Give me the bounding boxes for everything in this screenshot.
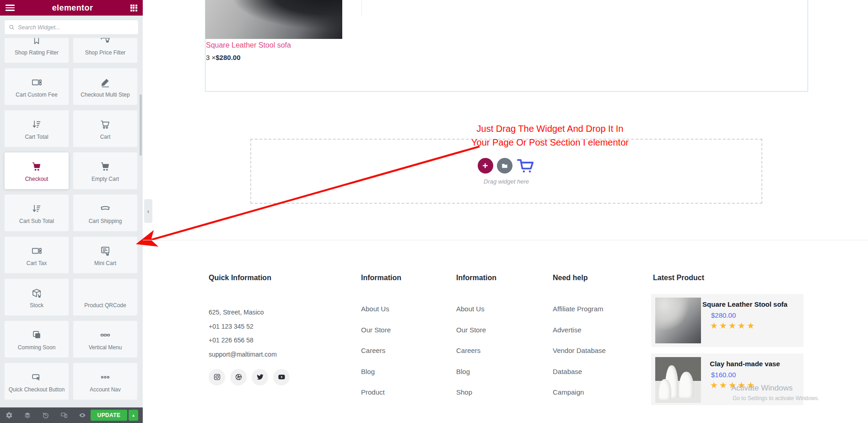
footer-link-blog[interactable]: Blog <box>456 368 496 375</box>
latest-product-card[interactable]: Square Leather Stool sofa$280.00★★★★★ <box>651 294 803 347</box>
update-button[interactable]: UPDATE <box>91 410 127 421</box>
cart-table-cell-border <box>361 0 362 16</box>
update-options-caret-icon[interactable]: ▲ <box>129 410 138 421</box>
instagram-icon[interactable] <box>209 369 225 385</box>
footer-link-careers[interactable]: Careers <box>456 347 496 354</box>
footer-link-product[interactable]: Product <box>361 388 401 396</box>
footer-contact-item: +01 226 656 58 <box>209 336 290 344</box>
widget-card-cart-shipping[interactable]: Cart Shipping <box>73 195 137 231</box>
cart-filled-icon <box>98 160 112 174</box>
widget-label: Cart Custom Fee <box>16 92 57 98</box>
youtube-icon[interactable] <box>273 369 290 385</box>
footer-link-our-store[interactable]: Our Store <box>361 326 401 334</box>
widget-card-quick-checkout-button[interactable]: Quick Checkout Button <box>5 363 69 400</box>
layout-icon <box>30 244 43 258</box>
widget-label: Cart Tax <box>27 260 47 266</box>
widget-card-product-qrcode[interactable]: Product QRCode <box>73 279 137 315</box>
navigator-icon[interactable] <box>24 412 31 419</box>
footer-link-list: About UsOur StoreCareersBlogShop <box>456 305 496 396</box>
panel-scrollbar[interactable] <box>140 94 142 156</box>
widget-label: Checkout <box>25 176 49 182</box>
elementor-editor: elementor Shop Rating FilterShop Price F… <box>0 0 868 423</box>
cart-product-quantity: 3 ×$280.00 <box>206 54 241 61</box>
widget-card-stock[interactable]: Stock <box>5 279 69 315</box>
footer-link-vendor-database[interactable]: Vendor Database <box>553 347 606 354</box>
widget-card-cart-custom-fee[interactable]: Cart Custom Fee <box>5 68 69 105</box>
widget-card-account-nav[interactable]: Account Nav <box>73 363 137 400</box>
widget-label: Quick Checkout Button <box>9 386 65 393</box>
section-drop-zone[interactable]: + Drag widget here <box>250 139 762 204</box>
footer-link-campaign[interactable]: Campaign <box>553 388 606 396</box>
footer-column-quick-information: Quick Information625, Street, Masico+01 … <box>209 274 290 385</box>
footer-top-divider <box>143 240 868 240</box>
folder-icon[interactable] <box>497 158 512 174</box>
barcode-icon <box>98 286 113 300</box>
product-rating-stars: ★★★★★ <box>710 320 798 331</box>
footer-contact-item: 625, Street, Masico <box>209 309 290 316</box>
search-input[interactable] <box>18 24 134 31</box>
responsive-icon[interactable] <box>60 412 68 419</box>
cart-product-image[interactable] <box>205 0 342 39</box>
widget-search <box>5 20 138 34</box>
widget-card-cart-total[interactable]: Cart Total <box>5 110 69 147</box>
widget-label: Account Nav <box>90 386 121 393</box>
add-section-icon[interactable]: + <box>478 158 493 174</box>
widget-card-shop-rating-filter[interactable]: Shop Rating Filter <box>5 38 69 63</box>
widget-card-checkout-multi-step[interactable]: Checkout Multi Step <box>73 68 137 105</box>
product-info: Square Leather Stool sofa$280.00★★★★★ <box>701 294 798 331</box>
footer-link-careers[interactable]: Careers <box>361 347 401 354</box>
widget-card-checkout[interactable]: Checkout <box>5 152 69 189</box>
latest-product-card[interactable]: Clay hand-made vase$160.00★★★★★ <box>651 353 803 405</box>
widgets-grid-icon[interactable] <box>130 5 137 11</box>
footer-link-list: Affiliate ProgramAdvertiseVendor Databas… <box>553 305 606 396</box>
widget-label: Stock <box>30 302 43 309</box>
product-info: Clay hand-made vase$160.00★★★★★ <box>701 353 798 390</box>
footer-link-advertise[interactable]: Advertise <box>553 326 606 334</box>
bookmark-icon <box>30 38 43 47</box>
footer-link-our-store[interactable]: Our Store <box>456 326 496 334</box>
footer-column-latest-product: Latest ProductSquare Leather Stool sofa$… <box>653 274 704 282</box>
dribbble-icon[interactable] <box>230 369 247 385</box>
widget-label: Cart Shipping <box>89 218 122 224</box>
footer-link-database[interactable]: Database <box>553 368 606 375</box>
widget-card-cart[interactable]: Cart <box>73 110 137 147</box>
banner-icon <box>98 202 112 216</box>
cart-product-name-link[interactable]: Square Leather Stool sofa <box>206 41 291 49</box>
footer-link-about-us[interactable]: About Us <box>456 305 496 313</box>
widget-card-cart-sub-total[interactable]: Cart Sub Total <box>5 195 69 231</box>
widget-card-shop-price-filter[interactable]: Shop Price Filter <box>73 38 137 63</box>
widget-label: Mini Cart <box>94 260 116 266</box>
hamburger-menu-icon[interactable] <box>5 5 15 11</box>
widget-card-mini-cart[interactable]: Mini Cart <box>73 237 137 273</box>
footer-column-information-2: InformationAbout UsOur StoreCareersBlogS… <box>456 274 496 409</box>
history-icon[interactable] <box>42 412 49 419</box>
widget-label: Cart Total <box>25 134 48 140</box>
widget-card-empty-cart[interactable]: Empty Cart <box>73 152 137 189</box>
footer-link-about-us[interactable]: About Us <box>361 305 401 313</box>
cart-icon[interactable] <box>516 157 535 174</box>
product-price: $160.00 <box>711 371 798 379</box>
drop-hint-text: Drag widget here <box>484 178 529 185</box>
product-name: Clay hand-made vase <box>701 359 788 368</box>
settings-icon[interactable] <box>5 412 13 419</box>
pages-icon <box>30 328 43 342</box>
product-rating-stars: ★★★★★ <box>710 380 798 390</box>
twitter-icon[interactable] <box>252 369 268 385</box>
footer-heading: Latest Product <box>653 274 704 282</box>
panel-header: elementor <box>0 0 143 16</box>
widget-label: Comming Soon <box>18 344 56 351</box>
pencil-icon <box>98 76 112 89</box>
footer-link-blog[interactable]: Blog <box>361 368 401 375</box>
panel-collapse-handle[interactable]: ‹ <box>144 199 152 223</box>
price-filter-icon <box>98 38 112 47</box>
footer-heading: Quick Information <box>209 274 290 282</box>
footer-link-affiliate-program[interactable]: Affiliate Program <box>553 305 606 313</box>
elementor-logo: elementor <box>52 3 93 13</box>
widget-card-cart-tax[interactable]: Cart Tax <box>5 237 69 273</box>
vertical-menu-icon <box>98 328 112 342</box>
preview-icon[interactable] <box>79 412 86 419</box>
widget-card-vertical-menu[interactable]: Vertical Menu <box>73 321 137 358</box>
widget-card-comming-soon[interactable]: Comming Soon <box>5 321 69 358</box>
footer-link-shop[interactable]: Shop <box>456 388 496 396</box>
widget-label: Vertical Menu <box>89 344 122 351</box>
